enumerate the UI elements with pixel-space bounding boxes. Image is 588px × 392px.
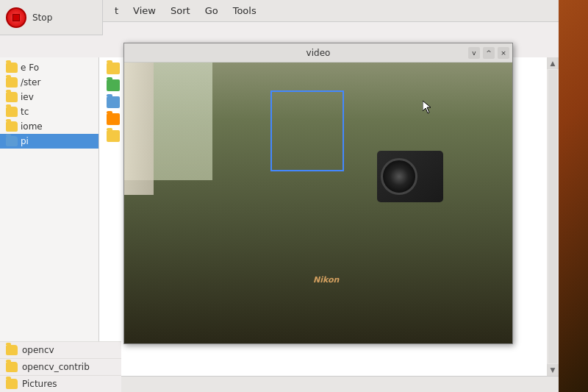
sidebar-scroll: e Fo /ster iev tc iome bbox=[0, 57, 98, 376]
stop-icon bbox=[12, 14, 20, 21]
bottom-folder-opencv-contrib[interactable]: opencv_contrib bbox=[0, 358, 121, 375]
folder-icon-opencv-contrib bbox=[6, 362, 18, 372]
sidebar: e Fo /ster iev tc iome bbox=[0, 57, 99, 376]
file-folder-icon-blue bbox=[107, 96, 120, 108]
sidebar-item-iome[interactable]: iome bbox=[0, 119, 98, 134]
camera bbox=[377, 151, 443, 202]
folder-icon-selected bbox=[6, 136, 18, 146]
folder-icon bbox=[6, 107, 18, 117]
file-folder-icon-orange bbox=[107, 113, 120, 125]
right-scrollbar[interactable]: ▲ ▼ bbox=[547, 57, 559, 376]
video-controls: v ^ × bbox=[468, 47, 509, 59]
folder-label-pictures: Pictures bbox=[22, 379, 57, 389]
menubar: t View Sort Go Tools bbox=[103, 0, 559, 22]
menu-item-tools[interactable]: Tools bbox=[227, 3, 262, 18]
scroll-arrow-up[interactable]: ▲ bbox=[547, 57, 559, 69]
video-content: Nikon bbox=[124, 63, 512, 343]
bottom-folders-panel: opencv opencv_contrib Pictures bbox=[0, 341, 121, 392]
video-close-button[interactable]: × bbox=[498, 47, 509, 59]
folder-icon bbox=[6, 63, 18, 73]
folder-icon-opencv bbox=[6, 345, 18, 355]
folder-icon bbox=[6, 121, 18, 132]
nikon-label: Nikon bbox=[313, 275, 339, 285]
menu-item-view[interactable]: View bbox=[127, 3, 162, 18]
video-window: video v ^ × Nikon bbox=[123, 43, 513, 344]
menu-item-go[interactable]: Go bbox=[199, 3, 224, 18]
file-folder-icon-green bbox=[107, 79, 120, 91]
video-minimize-button[interactable]: v bbox=[468, 47, 480, 59]
video-title: video bbox=[129, 48, 508, 58]
folder-label-opencv: opencv bbox=[22, 345, 54, 355]
bottom-folder-opencv[interactable]: opencv bbox=[0, 341, 121, 358]
sidebar-item-iev[interactable]: iev bbox=[0, 90, 98, 104]
file-folder-icon-2 bbox=[107, 130, 120, 142]
scroll-track[interactable] bbox=[548, 70, 557, 363]
curtain bbox=[124, 63, 154, 195]
menu-item-sort[interactable]: Sort bbox=[165, 3, 196, 18]
folder-icon bbox=[6, 92, 18, 102]
folder-label-opencv-contrib: opencv_contrib bbox=[22, 362, 90, 372]
stop-label: Stop bbox=[32, 13, 52, 23]
bottom-folder-pictures[interactable]: Pictures bbox=[0, 375, 121, 392]
video-maximize-button[interactable]: ^ bbox=[483, 47, 495, 59]
cursor-icon bbox=[423, 101, 431, 114]
file-folder-icon bbox=[107, 63, 120, 74]
svg-marker-0 bbox=[423, 101, 431, 113]
stop-button[interactable] bbox=[6, 7, 26, 28]
sidebar-item-efo[interactable]: e Fo bbox=[0, 60, 98, 75]
face-detection-rect bbox=[270, 90, 344, 171]
sidebar-item-ster[interactable]: /ster bbox=[0, 75, 98, 90]
folder-icon bbox=[6, 77, 18, 88]
camera-lens bbox=[381, 158, 417, 195]
sidebar-item-pi[interactable]: pi bbox=[0, 134, 98, 149]
folder-icon-pictures bbox=[6, 379, 18, 389]
toolbar-stop-area: Stop bbox=[0, 0, 103, 35]
sidebar-item-tc[interactable]: tc bbox=[0, 104, 98, 119]
menu-item-t[interactable]: t bbox=[109, 3, 124, 18]
scroll-arrow-down[interactable]: ▼ bbox=[547, 364, 559, 376]
video-titlebar: video v ^ × bbox=[124, 43, 512, 63]
